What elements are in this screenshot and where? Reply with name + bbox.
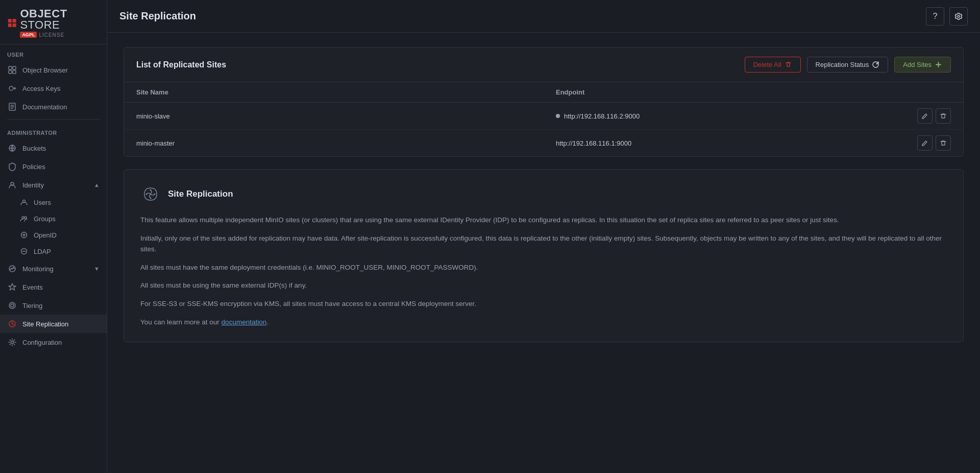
endpoint-cell: http://192.168.116.1:9000 xyxy=(544,130,963,157)
sidebar-item-buckets[interactable]: Buckets xyxy=(0,139,107,157)
monitoring-chevron: ▼ xyxy=(94,266,100,272)
configuration-label: Configuration xyxy=(22,339,62,346)
replication-status-label: Replication Status xyxy=(816,61,869,68)
svg-point-18 xyxy=(9,302,15,309)
site-replication-icon xyxy=(7,319,17,329)
replicated-sites-panel: List of Replicated Sites Delete All Repl… xyxy=(124,47,964,157)
logo-area: OBJECT STORE AGPL LICENSE xyxy=(0,0,107,44)
events-label: Events xyxy=(22,283,43,291)
list-panel-title: List of Replicated Sites xyxy=(136,60,226,69)
sidebar-sub-item-groups[interactable]: Groups xyxy=(0,210,107,227)
delete-all-label: Delete All xyxy=(753,61,781,68)
svg-point-13 xyxy=(22,217,24,219)
delete-all-button[interactable]: Delete All xyxy=(745,57,801,73)
row-actions xyxy=(917,135,951,151)
documentation-link[interactable]: documentation xyxy=(222,318,267,326)
svg-rect-6 xyxy=(9,70,12,74)
svg-rect-1 xyxy=(13,19,16,22)
info-paragraph: For SSE-S3 or SSE-KMS encryption via KMS… xyxy=(140,298,947,310)
users-icon xyxy=(19,198,29,207)
svg-rect-7 xyxy=(13,70,16,74)
help-button[interactable]: ? xyxy=(926,7,944,26)
endpoint-value: http://192.168.116.2:9000 xyxy=(564,112,640,120)
delete-button[interactable] xyxy=(936,108,951,124)
edit-button[interactable] xyxy=(917,108,933,124)
configuration-icon xyxy=(7,337,17,347)
svg-point-19 xyxy=(11,304,14,307)
info-paragraph: This feature allows multiple independent… xyxy=(140,215,947,226)
edit-button[interactable] xyxy=(917,135,933,151)
sidebar-item-identity[interactable]: Identity ▲ xyxy=(0,176,107,194)
col-site-name: Site Name xyxy=(124,82,544,103)
tiering-label: Tiering xyxy=(22,302,42,310)
trash-icon xyxy=(785,61,792,68)
minio-logo-icon xyxy=(7,17,17,29)
sidebar-item-documentation[interactable]: Documentation xyxy=(0,98,107,116)
user-section-label: User xyxy=(0,44,107,61)
sidebar-item-configuration[interactable]: Configuration xyxy=(0,333,107,351)
sidebar-item-policies[interactable]: Policies xyxy=(0,157,107,176)
groups-icon xyxy=(19,214,29,223)
svg-rect-4 xyxy=(9,66,12,69)
monitoring-icon xyxy=(7,264,17,274)
license-text: LICENSE xyxy=(39,32,64,38)
openid-label: OpenID xyxy=(34,231,57,239)
panel-header: List of Replicated Sites Delete All Repl… xyxy=(124,48,963,82)
svg-rect-0 xyxy=(8,19,12,22)
page-title: Site Replication xyxy=(119,10,196,22)
topbar: Site Replication ? xyxy=(107,0,980,33)
sidebar-sub-item-openid[interactable]: OpenID xyxy=(0,227,107,243)
openid-icon xyxy=(19,230,29,240)
settings-button[interactable] xyxy=(949,7,968,26)
sidebar-item-site-replication[interactable]: Site Replication xyxy=(0,315,107,333)
site-replication-label: Site Replication xyxy=(22,320,68,328)
content-area: List of Replicated Sites Delete All Repl… xyxy=(107,33,980,473)
svg-point-14 xyxy=(24,217,27,219)
sidebar-item-tiering[interactable]: Tiering xyxy=(0,296,107,315)
identity-icon xyxy=(7,180,17,190)
add-sites-button[interactable]: Add Sites xyxy=(894,57,951,73)
sidebar-item-access-keys[interactable]: Access Keys xyxy=(0,79,107,98)
info-panel-body: This feature allows multiple independent… xyxy=(140,215,947,327)
users-label: Users xyxy=(34,199,51,206)
monitoring-label: Monitoring xyxy=(22,265,54,273)
endpoint-value: http://192.168.116.1:9000 xyxy=(556,139,631,147)
ldap-label: LDAP xyxy=(34,248,51,255)
logo-store: STORE xyxy=(20,18,60,31)
delete-button[interactable] xyxy=(936,135,951,151)
row-actions xyxy=(917,108,951,124)
table-row: minio-slave http://192.168.116.2:9000 xyxy=(124,103,963,130)
main-content: Site Replication ? List of Replicated Si… xyxy=(107,0,980,473)
site-name-cell: minio-master xyxy=(124,130,544,157)
info-panel-header: Site Replication xyxy=(140,184,947,204)
tiering-icon xyxy=(7,300,17,311)
sidebar-sub-item-ldap[interactable]: LDAP xyxy=(0,243,107,259)
panel-actions: Delete All Replication Status Add Sites xyxy=(745,57,951,73)
sidebar-item-monitoring[interactable]: Monitoring ▼ xyxy=(0,259,107,278)
sidebar-sub-item-users[interactable]: Users xyxy=(0,194,107,210)
sidebar-item-object-browser[interactable]: Object Browser xyxy=(0,61,107,79)
events-icon xyxy=(7,282,17,292)
refresh-icon xyxy=(872,61,879,68)
site-replication-info-icon xyxy=(140,184,161,204)
svg-rect-5 xyxy=(13,66,16,69)
replication-status-button[interactable]: Replication Status xyxy=(807,57,889,73)
logo: OBJECT STORE AGPL LICENSE xyxy=(7,8,100,38)
identity-label: Identity xyxy=(22,181,44,189)
sidebar-item-events[interactable]: Events xyxy=(0,278,107,296)
policies-icon xyxy=(7,161,17,172)
access-keys-label: Access Keys xyxy=(22,85,60,92)
info-paragraph: All sites must have the same deployment … xyxy=(140,262,947,273)
info-paragraph: Initially, only one of the sites added f… xyxy=(140,233,947,255)
buckets-icon xyxy=(7,143,17,153)
endpoint-cell: http://192.168.116.2:9000 xyxy=(544,103,963,130)
agpl-badge: AGPL xyxy=(20,32,37,38)
topbar-actions: ? xyxy=(926,7,968,26)
site-name-cell: minio-slave xyxy=(124,103,544,130)
admin-section-label: Administrator xyxy=(0,123,107,139)
object-browser-icon xyxy=(7,65,17,75)
svg-rect-3 xyxy=(13,23,16,27)
info-panel: Site Replication This feature allows mul… xyxy=(124,169,964,342)
status-dot xyxy=(556,114,560,118)
documentation-icon xyxy=(7,102,17,112)
